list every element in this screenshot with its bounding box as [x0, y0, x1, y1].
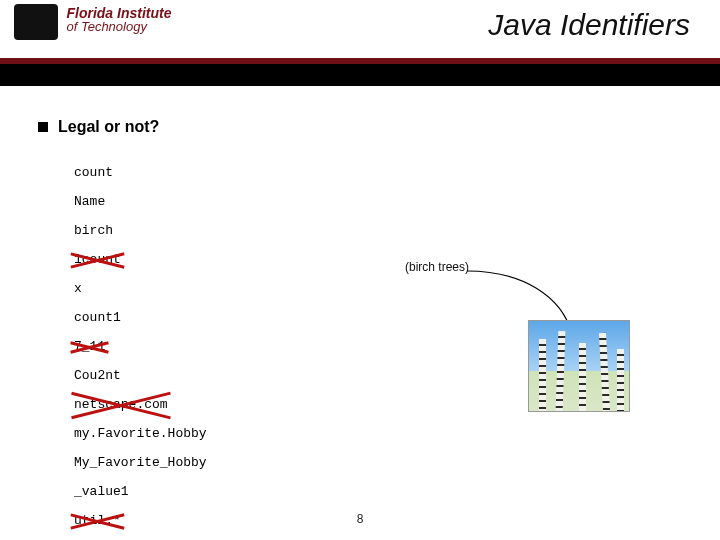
logo-line-2: of Technology — [66, 20, 171, 34]
birch-trees-image — [528, 320, 630, 412]
logo-line-1: Florida Institute — [66, 6, 171, 20]
identifier-item: util.* — [74, 514, 121, 527]
cross-out-icon — [70, 249, 125, 269]
identifier-item: Name — [74, 195, 105, 208]
identifier-item: netscape.com — [74, 398, 168, 411]
annotation-label: (birch trees) — [405, 260, 469, 274]
panther-icon — [14, 4, 58, 40]
identifier-item: my.Favorite.Hobby — [74, 427, 207, 440]
identifier-item: birch — [74, 224, 113, 237]
identifier-item: My_Favorite_Hobby — [74, 456, 207, 469]
identifier-item: _value1 — [74, 485, 129, 498]
identifier-item: count1 — [74, 311, 121, 324]
institution-name: Florida Institute of Technology — [66, 6, 171, 34]
slide-title: Java Identifiers — [488, 8, 690, 42]
page-number: 8 — [357, 512, 364, 526]
slide: Florida Institute of Technology Java Ide… — [0, 0, 720, 540]
cross-out-icon — [70, 394, 172, 414]
identifier-item: 7_11 — [74, 340, 105, 353]
identifier-item: x — [74, 282, 82, 295]
bullet-question: Legal or not? — [38, 118, 690, 136]
cross-out-icon — [70, 336, 109, 356]
identifier-item: 1count — [74, 253, 121, 266]
bullet-text: Legal or not? — [58, 118, 159, 136]
identifier-item: Cou2nt — [74, 369, 121, 382]
cross-out-icon — [70, 510, 125, 530]
black-divider — [0, 64, 720, 86]
institution-logo: Florida Institute of Technology — [14, 4, 184, 46]
square-bullet-icon — [38, 122, 48, 132]
identifier-item: count — [74, 166, 113, 179]
slide-header: Florida Institute of Technology Java Ide… — [0, 0, 720, 58]
